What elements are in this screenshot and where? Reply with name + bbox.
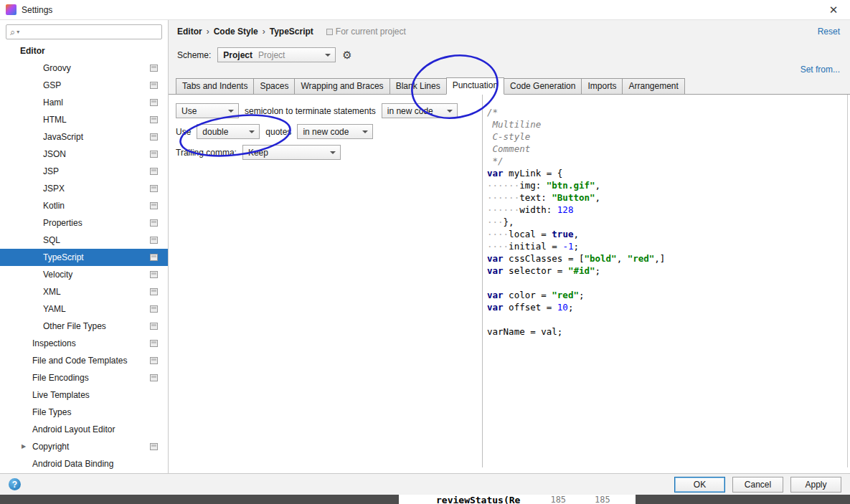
sidebar-item-android-layout-editor[interactable]: Android Layout Editor [0,421,168,438]
sidebar-item-inspections[interactable]: Inspections [0,335,168,352]
code-line: var cssClasses = ["bold", "red",] [487,252,847,265]
sidebar-item-label: Editor [20,46,45,56]
sidebar-item-live-templates[interactable]: Live Templates [0,386,168,404]
semicolon-row: Use semicolon to terminate statements in… [176,103,458,118]
chevron-down-icon [325,54,331,57]
shared-settings-icon [150,185,158,192]
breadcrumb-code-style[interactable]: Code Style [214,27,258,37]
shared-settings-icon [150,305,158,313]
sidebar-item-label: JavaScript [43,132,83,142]
sidebar-item-json[interactable]: JSON [0,146,168,163]
tab-code-generation[interactable]: Code Generation [504,78,582,95]
sidebar-item-other-file-types[interactable]: Other File Types [0,318,168,335]
sidebar-item-haml[interactable]: Haml [0,94,168,111]
sidebar-item-sql[interactable]: SQL [0,232,168,249]
shared-settings-icon [150,271,158,278]
code-line: ···}, [487,216,847,228]
scheme-hint: Project [258,50,285,60]
use-semicolon-select[interactable]: Use [176,103,239,118]
gear-icon[interactable]: ⚙ [342,49,351,60]
sidebar-item-label: File Types [32,407,71,417]
sidebar-item-label: Android Data Binding [32,459,113,469]
code-line: Comment [487,143,847,155]
tab-blank-lines[interactable]: Blank Lines [389,78,447,95]
sidebar-item-label: Haml [43,98,63,108]
tab-imports[interactable]: Imports [581,78,623,95]
code-line: ····initial = -1; [487,240,847,252]
tab-punctuation[interactable]: Punctuation [446,77,504,95]
shared-settings-icon [150,219,158,227]
chevron-down-icon [228,110,234,113]
quote-style-select[interactable]: double [197,124,260,139]
scheme-select[interactable]: ProjectProject [217,47,336,62]
sidebar-item-android-data-binding[interactable]: Android Data Binding [0,455,168,472]
reset-link[interactable]: Reset [818,27,840,37]
settings-search-input[interactable] [21,26,158,38]
tab-spaces[interactable]: Spaces [253,78,295,95]
chevron-right-icon[interactable]: ▶ [22,438,26,455]
sidebar-item-label: JSP [43,166,59,176]
tab-tabs-and-indents[interactable]: Tabs and Indents [176,78,254,95]
sidebar-item-file-types[interactable]: File Types [0,404,168,421]
set-from-link[interactable]: Set from... [801,65,840,75]
shared-settings-icon [150,116,158,123]
sidebar-item-kotlin[interactable]: Kotlin [0,197,168,214]
chevron-down-icon [330,151,336,154]
shared-settings-icon [150,340,158,347]
tab-arrangement[interactable]: Arrangement [622,78,684,95]
close-icon[interactable]: ✕ [823,4,844,16]
search-box: ⌕ ▾ [6,24,162,39]
code-preview: /* Multiline C-style Comment */var myLin… [482,95,848,467]
sidebar-item-file-and-code-templates[interactable]: File and Code Templates [0,352,168,369]
shared-settings-icon [150,99,158,106]
code-line: ······text: "Button", [487,191,847,204]
scheme-row: Scheme: ProjectProject ⚙ [177,47,352,62]
shared-settings-icon [150,151,158,158]
sidebar-item-label: Properties [43,218,82,228]
ok-button[interactable]: OK [674,477,725,493]
sidebar-item-label: Live Templates [32,390,90,400]
cancel-button[interactable]: Cancel [732,477,783,493]
sidebar-item-file-encodings[interactable]: File Encodings [0,369,168,386]
apply-button[interactable]: Apply [790,477,841,493]
sidebar-item-javascript[interactable]: JavaScript [0,128,168,146]
sidebar-item-label: File Encodings [32,373,89,383]
trailing-comma-select[interactable]: Keep [242,145,341,160]
sidebar-item-typescript[interactable]: TypeScript [0,249,168,266]
trailing-comma-row: Trailing comma: Keep [176,145,458,160]
background-window-strip: reviewStatus(Re 185 185 [0,495,850,504]
sidebar-item-editor[interactable]: Editor [0,42,168,60]
scheme-label: Scheme: [177,50,211,60]
code-line: */ [487,155,847,167]
sidebar-item-velocity[interactable]: Velocity [0,266,168,283]
shared-settings-icon [150,65,158,72]
breadcrumb-separator: › [263,27,265,37]
dialog-footer: ? OK Cancel Apply [0,473,850,495]
sidebar-item-xml[interactable]: XML [0,283,168,300]
sidebar-item-html[interactable]: HTML [0,111,168,128]
sidebar-item-properties[interactable]: Properties [0,214,168,232]
sidebar-item-copyright[interactable]: ▶Copyright [0,438,168,455]
background-number: 185 [595,495,610,504]
shared-settings-icon [150,237,158,244]
shared-settings-icon [150,357,158,364]
shared-settings-icon [150,288,158,295]
background-editor-fragment: reviewStatus(Re 185 185 [399,495,636,504]
semicolon-scope-select[interactable]: in new code [382,103,458,118]
trailing-comma-label: Trailing comma: [176,148,237,158]
sidebar-item-groovy[interactable]: Groovy [0,60,168,77]
code-line: Multiline [487,118,847,130]
breadcrumb-typescript[interactable]: TypeScript [270,27,313,37]
sidebar-item-gsp[interactable]: GSP [0,77,168,94]
sidebar-item-yaml[interactable]: YAML [0,300,168,318]
quotes-scope-select[interactable]: in new code [297,124,373,139]
help-icon[interactable]: ? [9,478,21,490]
main-panel: Editor›Code Style›TypeScriptFor current … [169,20,850,473]
tab-wrapping-and-braces[interactable]: Wrapping and Braces [294,78,389,95]
chevron-down-icon: ▾ [16,29,19,35]
scheme-value: Project [223,50,252,60]
breadcrumb-editor[interactable]: Editor [177,27,202,37]
sidebar-item-jspx[interactable]: JSPX [0,180,168,197]
code-line: C-style [487,130,847,143]
sidebar-item-jsp[interactable]: JSP [0,163,168,180]
